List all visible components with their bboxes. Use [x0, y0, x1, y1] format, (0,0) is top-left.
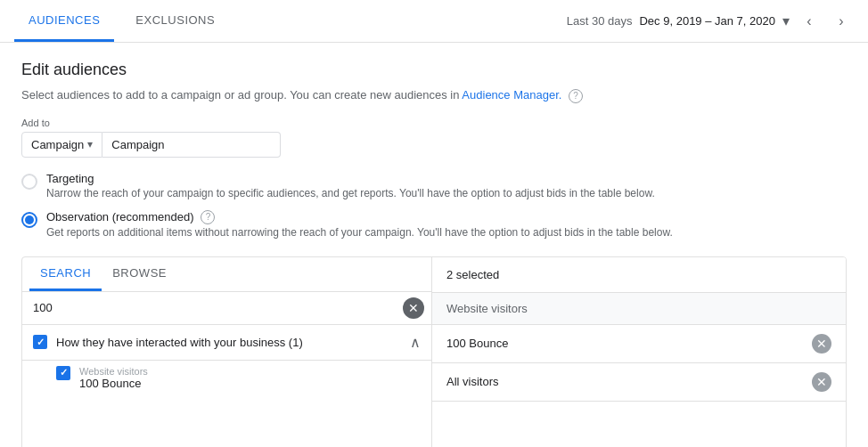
category-label: How they have interacted with your busin…	[56, 336, 401, 349]
campaign-dropdown-arrow: ▾	[87, 138, 93, 150]
add-to-section: Add to Campaign ▾	[21, 118, 847, 158]
right-item-label-1: All visitors	[446, 375, 805, 388]
radio-section: Targeting Narrow the reach of your campa…	[21, 172, 847, 239]
item-sublabel: Website visitors	[79, 366, 148, 377]
clear-search-button[interactable]: ✕	[403, 297, 424, 319]
right-item-row-0: 100 Bounce ✕	[432, 325, 846, 363]
radio-option-targeting: Targeting Narrow the reach of your campa…	[21, 172, 847, 199]
radio-targeting[interactable]	[21, 174, 37, 190]
main-content: Edit audiences Select audiences to add t…	[0, 43, 868, 447]
search-box-row: ✕	[22, 292, 431, 325]
date-dropdown-button[interactable]: ▾	[782, 12, 790, 29]
description-start: Select audiences to add to a campaign or…	[21, 88, 462, 102]
selected-count: 2 selected	[432, 257, 846, 293]
tab-audiences[interactable]: AUDIENCES	[14, 1, 114, 42]
help-icon[interactable]: ?	[569, 89, 583, 103]
campaign-input[interactable]	[102, 132, 281, 158]
tab-exclusions[interactable]: EXCLUSIONS	[121, 1, 229, 42]
add-to-row: Campaign ▾	[21, 132, 847, 158]
audience-manager-link[interactable]: Audience Manager.	[462, 88, 561, 102]
sub-tab-search[interactable]: SEARCH	[29, 257, 102, 291]
item-name: 100 Bounce	[79, 377, 148, 390]
date-next-button[interactable]: ›	[829, 9, 854, 34]
category-row[interactable]: How they have interacted with your busin…	[22, 325, 431, 361]
campaign-dropdown-label: Campaign	[31, 138, 84, 151]
radio-targeting-content: Targeting Narrow the reach of your campa…	[46, 172, 655, 199]
observation-help-icon[interactable]: ?	[201, 210, 215, 224]
date-range-value: Dec 9, 2019 – Jan 7, 2020	[639, 14, 775, 28]
description-text: Select audiences to add to a campaign or…	[21, 88, 847, 103]
date-prev-button[interactable]: ‹	[797, 9, 822, 34]
page-title: Edit audiences	[21, 61, 847, 79]
remove-item-0-button[interactable]: ✕	[812, 334, 831, 354]
remove-item-1-button[interactable]: ✕	[812, 372, 831, 392]
add-to-label: Add to	[21, 118, 847, 128]
radio-targeting-desc: Narrow the reach of your campaign to spe…	[46, 187, 655, 199]
sub-tab-browse[interactable]: BROWSE	[102, 257, 177, 291]
right-panel: 2 selected Website visitors 100 Bounce ✕…	[432, 257, 846, 447]
radio-observation-title: Observation (recommended) ?	[46, 210, 673, 224]
radio-observation-desc: Get reports on additional items without …	[46, 226, 673, 239]
campaign-dropdown[interactable]: Campaign ▾	[21, 132, 102, 158]
radio-observation-content: Observation (recommended) ? Get reports …	[46, 210, 673, 239]
item-checkbox[interactable]	[56, 366, 70, 380]
date-range-prefix: Last 30 days	[567, 14, 633, 28]
item-label-group: Website visitors 100 Bounce	[79, 366, 148, 390]
sub-tabs: SEARCH BROWSE	[22, 257, 431, 292]
right-category-header: Website visitors	[432, 293, 846, 325]
item-row: Website visitors 100 Bounce	[22, 361, 431, 395]
category-checkbox[interactable]	[33, 335, 47, 349]
date-range-section: Last 30 days Dec 9, 2019 – Jan 7, 2020 ▾…	[567, 9, 854, 34]
search-input[interactable]	[29, 297, 399, 318]
right-item-row-1: All visitors ✕	[432, 363, 846, 402]
left-panel: SEARCH BROWSE ✕ How they have interacted…	[22, 257, 432, 447]
tabs-bar: AUDIENCES EXCLUSIONS Last 30 days Dec 9,…	[0, 0, 868, 43]
right-item-label-0: 100 Bounce	[446, 337, 805, 350]
radio-observation[interactable]	[21, 212, 37, 228]
bottom-panel: SEARCH BROWSE ✕ How they have interacted…	[21, 256, 847, 447]
chevron-up-icon: ∧	[410, 334, 421, 351]
radio-targeting-title: Targeting	[46, 172, 655, 185]
radio-option-observation: Observation (recommended) ? Get reports …	[21, 210, 847, 239]
